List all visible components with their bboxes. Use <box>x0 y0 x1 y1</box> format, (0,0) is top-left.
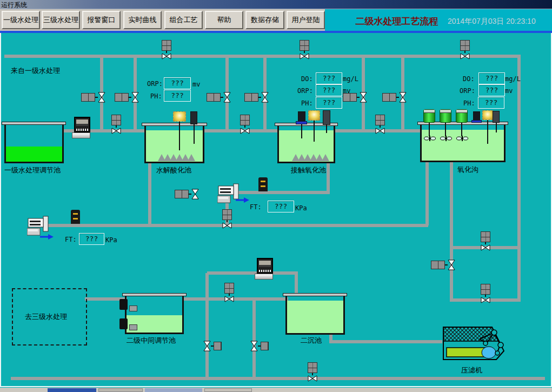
probe-shaft <box>487 120 488 144</box>
pipe <box>329 340 442 343</box>
probe-shaft <box>496 123 497 132</box>
pipe <box>327 163 330 192</box>
orp-value-box: ??? <box>164 77 191 89</box>
button-help[interactable]: 帮助 <box>205 11 243 29</box>
button-user-login[interactable]: 用户登陆 <box>287 11 325 29</box>
button-tertiary-treatment[interactable]: 三级水处理 <box>42 11 80 29</box>
actuated-valve[interactable] <box>308 362 317 382</box>
actuated-valve[interactable] <box>300 40 309 59</box>
hand-valve[interactable] <box>207 92 231 103</box>
actuated-valve[interactable] <box>162 40 171 59</box>
actuated-valve[interactable] <box>481 284 490 303</box>
probe-shaft <box>314 121 315 142</box>
do-unit: mg/L <box>343 75 358 83</box>
taskbar-item[interactable] <box>145 388 202 392</box>
ft-value-box: ??? <box>79 233 104 245</box>
valve-hourglass-icon <box>250 341 258 351</box>
taskbar-item[interactable] <box>48 388 96 392</box>
hand-valve[interactable] <box>115 92 139 103</box>
hand-valve[interactable] <box>382 92 407 103</box>
ph-value-box: ??? <box>478 97 504 109</box>
tank-label: 二级中间调节池 <box>127 336 176 346</box>
probe-icon <box>323 110 330 125</box>
valve-hourglass-icon <box>399 92 407 103</box>
hand-valve[interactable] <box>175 189 199 200</box>
probe-icon <box>493 111 500 123</box>
controller-meter-icon[interactable] <box>257 258 273 280</box>
valve-hourglass-icon <box>191 189 199 200</box>
valve-hourglass-icon <box>203 341 211 351</box>
level-sensor-icon <box>119 318 128 329</box>
mixer-motor-icon[interactable] <box>456 109 468 123</box>
sensor-box <box>129 324 137 330</box>
valve-hourglass-icon <box>261 92 269 103</box>
controller-meter-icon[interactable] <box>74 117 90 138</box>
button-alarm-window[interactable]: 报警窗口 <box>82 11 121 29</box>
actuated-valve[interactable] <box>460 40 470 59</box>
ph-value-box: ??? <box>164 90 191 102</box>
pipe <box>183 297 288 301</box>
pipe <box>4 55 521 58</box>
hand-valve[interactable] <box>431 260 455 270</box>
mixer-shaft <box>429 123 430 136</box>
window-title: 运行系统 <box>1 1 27 10</box>
orp-value-box: ??? <box>316 84 342 96</box>
taskbar-item[interactable] <box>98 388 143 392</box>
ph-label: PH: <box>463 99 475 107</box>
actuated-valve[interactable] <box>240 115 250 134</box>
do-unit: mg/L <box>505 75 521 83</box>
orp-unit: mv <box>505 87 513 95</box>
page-title: 二级水处理工艺流程 <box>340 15 454 28</box>
valve-bowtie-icon <box>240 128 250 134</box>
pipe <box>11 377 545 380</box>
tank-label: 氧化沟 <box>457 165 478 175</box>
actuated-valve[interactable] <box>222 209 232 229</box>
hand-valve[interactable] <box>244 92 269 103</box>
pipe <box>517 56 521 302</box>
valve-bowtie-icon <box>222 222 232 229</box>
valve-bowtie-icon <box>300 53 309 59</box>
actuated-valve[interactable] <box>111 115 121 134</box>
mixer-shaft <box>179 122 180 150</box>
tank-label: 接触氧化池 <box>291 165 326 175</box>
orp-label: ORP: <box>147 80 163 88</box>
ph-label: PH: <box>301 99 313 107</box>
orp-unit: mv <box>343 87 350 95</box>
hand-valve[interactable] <box>81 92 105 103</box>
button-realtime-curve[interactable]: 实时曲线 <box>123 11 162 29</box>
taskbar-item[interactable] <box>204 388 252 392</box>
tank-level <box>6 147 62 162</box>
filter-press-icon[interactable] <box>428 323 509 364</box>
from-primary-label: 来自一级水处理 <box>11 66 60 76</box>
actuated-valve[interactable] <box>481 231 490 251</box>
ph-label: PH: <box>150 92 162 100</box>
mixer-shaft <box>461 123 462 136</box>
flow-arrow-icon <box>39 234 54 240</box>
ft-label: FT: <box>250 203 262 211</box>
button-primary-treatment[interactable]: 一级水处理 <box>2 11 40 29</box>
actuated-valve[interactable] <box>224 283 234 302</box>
pipe <box>425 161 429 225</box>
mixer-motor-icon[interactable] <box>440 109 451 123</box>
valve-hourglass-icon <box>448 260 455 270</box>
actuated-valve[interactable] <box>375 115 385 134</box>
tank-level <box>422 130 504 161</box>
aerator-icon <box>322 154 329 161</box>
level-sensor-icon <box>119 299 128 310</box>
button-data-storage[interactable]: 数据存储 <box>245 11 284 29</box>
canvas-edge-left <box>0 33 1 386</box>
pipe <box>450 162 453 302</box>
ft-value-box: ??? <box>268 201 294 212</box>
pipe <box>252 299 256 378</box>
hand-valve[interactable] <box>203 341 222 351</box>
valve-bowtie-icon <box>224 296 234 302</box>
propeller-icon <box>440 135 452 142</box>
hand-valve[interactable] <box>250 341 269 351</box>
button-combined-process[interactable]: 组合工艺 <box>164 11 203 29</box>
pipe <box>235 191 330 194</box>
valve-bowtie-icon <box>111 128 121 134</box>
mixer-motor-icon[interactable] <box>423 109 435 123</box>
orp-value-box: ??? <box>478 84 505 96</box>
valve-hourglass-icon <box>223 92 231 103</box>
mixer-lamp-icon <box>482 110 493 120</box>
